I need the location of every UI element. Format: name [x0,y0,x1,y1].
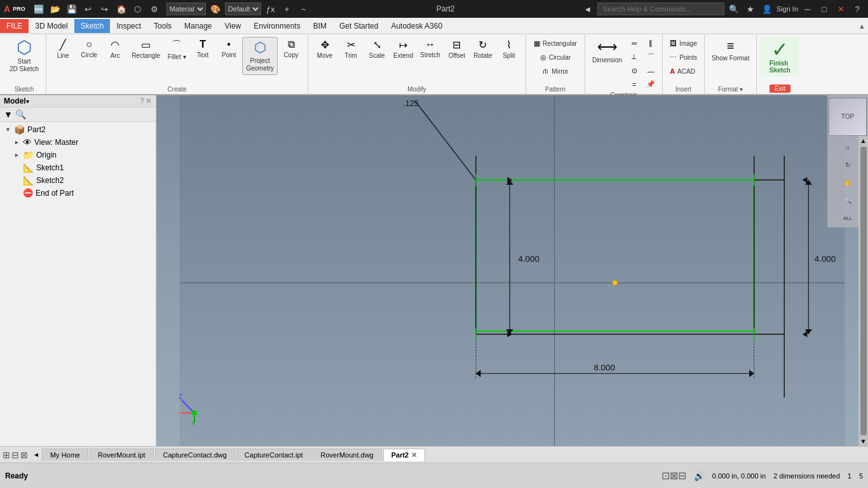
canvas-area[interactable]: 4.000 4.000 8.000 .125 [156,95,868,446]
fillet-btn[interactable]: ⌒ Fillet ▾ [164,37,189,63]
expand-origin-icon[interactable]: ► [14,152,20,158]
view-split-btn[interactable]: ⊠ [20,450,28,460]
help-btn[interactable]: ? [850,2,864,16]
quick-access-newfile[interactable]: 🆕 [32,2,46,16]
rectangular-btn[interactable]: ▦ Rectangular [530,37,581,50]
expand-part2-icon[interactable]: ▼ [5,126,11,133]
menu-inspect[interactable]: Inspect [110,19,147,33]
constrain-perp-btn[interactable]: ⊥ [627,50,642,64]
constrain-horiz-btn[interactable]: ═ [627,37,642,49]
title-nav-left[interactable]: ◄ [581,2,595,16]
search-model-icon[interactable]: 🔍 [15,109,26,119]
appearance-btn[interactable]: 🎨 [208,2,222,16]
quick-access-settings[interactable]: ⚙ [147,2,161,16]
tab-rovermount-ipt[interactable]: RoverMount.ipt [90,449,154,461]
search-input[interactable] [597,3,724,15]
view-tiles-btn[interactable]: ⊞ [3,450,10,460]
close-window-btn[interactable]: ✕ [834,2,848,16]
search-icon[interactable]: 🔍 [727,2,741,16]
menu-bim[interactable]: BIM [307,19,333,33]
constrain-equal-btn[interactable]: = [627,78,642,90]
menu-sketch[interactable]: Sketch [74,19,111,33]
mirror-btn[interactable]: ⫙ Mirror [530,65,581,78]
quick-access-return[interactable]: ⬡ [131,2,145,16]
menu-environments[interactable]: Environments [247,19,306,33]
account-icon[interactable]: 👤 [760,2,774,16]
view-cube[interactable]: TOP [829,98,867,136]
menu-file[interactable]: FILE [0,19,29,33]
scroll-right[interactable]: ▲ ▼ [858,136,868,446]
constrain-col-btn[interactable]: — [643,65,658,77]
quick-access-save[interactable]: 💾 [65,2,79,16]
tab-part2-close-btn[interactable]: ✕ [411,451,417,459]
pan-btn[interactable]: ✋ [839,174,857,192]
constrain-fix-btn[interactable]: 📌 [643,78,658,90]
quick-access-undo[interactable]: ↩ [81,2,95,16]
favorites-icon[interactable]: ★ [743,2,757,16]
signin-label[interactable]: Sign In [776,5,798,13]
text-btn[interactable]: T Text [190,37,215,61]
offset-btn[interactable]: ⊟ Offset [444,37,470,62]
circular-btn[interactable]: ◎ Circular [530,51,581,64]
expand-viewmaster-icon[interactable]: ► [14,139,20,146]
maximize-btn[interactable]: □ [817,2,831,16]
stretch-btn[interactable]: ↔ Stretch [417,37,444,61]
menu-tools[interactable]: Tools [147,19,178,33]
menu-3dmodel[interactable]: 3D Model [29,19,74,33]
scale-btn[interactable]: ⤡ Scale [364,37,390,62]
extend-btn[interactable]: ↦ Extend [390,37,416,62]
tab-scroll-left[interactable]: ◄ [32,451,41,458]
orbit-btn[interactable]: ↻ [839,156,857,174]
formula-btn[interactable]: ƒx [264,2,278,16]
tree-item-part2[interactable]: ▼ 📦 Part2 [0,123,156,136]
constrain-tang-btn[interactable]: ⌒ [643,50,658,64]
trim-btn[interactable]: ✂ Trim [338,37,363,62]
tab-rovermount-dwg[interactable]: RoverMount.dwg [313,449,382,461]
material-dropdown[interactable]: Material [166,3,206,15]
image-btn[interactable]: 🖼 Image [667,37,700,50]
rotate-btn[interactable]: ↻ Rotate [470,37,496,62]
menu-view[interactable]: View [218,19,247,33]
tab-part2[interactable]: Part2 ✕ [383,449,426,461]
rectangle-btn[interactable]: ▭ Rectangle [128,37,163,62]
tab-capturecontact-dwg[interactable]: CaptureContact.dwg [155,449,235,461]
project-geometry-btn[interactable]: ⬡ ProjectGeometry [242,37,278,75]
menu-getstarted[interactable]: Get Started [333,19,384,33]
sidebar-close-btn[interactable]: ✕ [146,97,152,105]
point-btn[interactable]: • Point [216,37,241,61]
tree-item-viewmaster[interactable]: ► 👁 View: Master [0,136,156,149]
tree-item-sketch2[interactable]: 📐 Sketch2 [0,174,156,187]
dimension-btn[interactable]: ⟷ Dimension [589,37,625,66]
minimize-btn[interactable]: ─ [801,2,815,16]
split-btn[interactable]: ⌇ Split [496,37,522,62]
scroll-up-btn[interactable]: ▲ [859,136,868,146]
quick-access-open[interactable]: 📂 [48,2,62,16]
menu-autodesk360[interactable]: Autodesk A360 [384,19,449,33]
constrain-coin-btn[interactable]: ⊙ [627,65,642,77]
zoom-all-btn[interactable]: ALL [839,210,857,227]
move-btn[interactable]: ✥ Move [312,37,337,62]
sidebar-dropdown-arrow[interactable]: ▾ [26,98,29,105]
tree-item-endofpart[interactable]: ⛔ End of Part [0,187,156,199]
points-btn[interactable]: ⋯ Points [667,51,700,64]
ribbon-collapse-btn[interactable]: ▲ [858,22,865,30]
filter-icon[interactable]: ▼ [4,109,13,119]
finish-sketch-btn[interactable]: ✓ FinishSketch [761,37,799,76]
zoom-btn[interactable]: 🔍 [839,192,857,210]
showformat-btn[interactable]: ≡ Show Format [709,37,752,64]
params-btn[interactable]: + [280,2,294,16]
start-2d-sketch-btn[interactable]: ⬡ Start2D Sketch [6,37,42,75]
scroll-down-btn[interactable]: ▼ [859,437,868,446]
circle-btn[interactable]: ○ Circle [76,37,102,61]
copy-btn[interactable]: ⧉ Copy [278,37,304,61]
acad-btn[interactable]: A ACAD [667,65,698,78]
sidebar-help-btn[interactable]: ? [140,97,144,105]
quick-access-redo[interactable]: ↪ [98,2,112,16]
display-dropdown[interactable]: Default [225,3,261,15]
arc-btn[interactable]: ◠ Arc [102,37,128,62]
tree-item-sketch1[interactable]: 📐 Sketch1 [0,161,156,174]
menu-manage[interactable]: Manage [178,19,218,33]
scroll-thumb-v[interactable] [860,147,867,435]
line-btn[interactable]: ╱ Line [50,37,76,62]
tree-item-origin[interactable]: ► 📁 Origin [0,149,156,161]
